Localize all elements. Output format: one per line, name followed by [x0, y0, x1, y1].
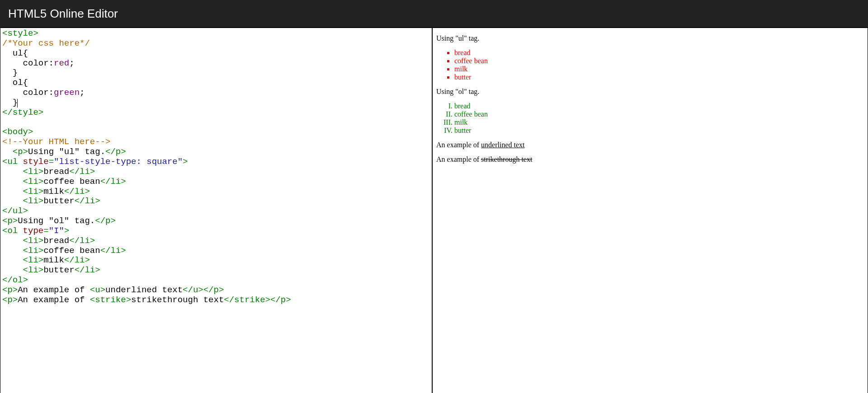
- code-token: <li>: [23, 265, 44, 275]
- code-line[interactable]: ul{: [2, 49, 430, 59]
- code-line[interactable]: <!--Your HTML here-->: [2, 137, 430, 147]
- code-token: <li>: [23, 167, 44, 177]
- list-item: milk: [454, 65, 864, 73]
- list-item: coffee bean: [454, 110, 864, 118]
- code-line[interactable]: }: [2, 98, 430, 108]
- code-line[interactable]: </style>: [2, 108, 430, 118]
- code-line[interactable]: <style>: [2, 29, 430, 39]
- code-token: <p>: [2, 216, 18, 226]
- code-token: </p>: [105, 147, 126, 157]
- preview-text: Using "ol" tag.: [436, 88, 864, 96]
- code-token: color:: [2, 88, 54, 98]
- code-line[interactable]: <p>An example of <u>underlined text</u><…: [2, 285, 430, 295]
- code-token: </p>: [270, 295, 291, 305]
- code-token: strikethrough text: [131, 295, 224, 305]
- code-token: milk: [43, 255, 64, 265]
- code-token: [2, 187, 23, 196]
- code-token: bread: [43, 167, 69, 177]
- code-line[interactable]: <li>milk</li>: [2, 256, 430, 266]
- code-token: "list-style-type: square": [54, 157, 183, 167]
- code-token: </li>: [64, 255, 90, 265]
- code-token: ;: [69, 58, 74, 68]
- preview-text: An example of underlined text: [436, 141, 864, 149]
- list-item: coffee bean: [454, 57, 864, 65]
- code-token: butter: [43, 196, 74, 206]
- code-token: <ul: [2, 157, 23, 167]
- code-token: }: [2, 68, 18, 78]
- code-line[interactable]: </ol>: [2, 276, 430, 285]
- code-token: [2, 196, 23, 206]
- code-token: <!--Your HTML here-->: [2, 137, 110, 147]
- code-line[interactable]: <li>bread</li>: [2, 167, 430, 177]
- code-line[interactable]: <body>: [2, 127, 430, 137]
- code-token: underlined text: [105, 285, 183, 295]
- code-token: </p>: [203, 285, 224, 295]
- code-token: ;: [80, 88, 85, 98]
- workspace: <style>/*Your css here*/ ul{ color:red; …: [0, 27, 868, 393]
- code-token: Using "ol" tag.: [18, 216, 95, 226]
- code-line[interactable]: ol{: [2, 78, 430, 88]
- code-token: </li>: [100, 246, 126, 256]
- list-item: bread: [454, 49, 864, 57]
- code-line[interactable]: <ul style="list-style-type: square">: [2, 157, 430, 167]
- text-caret: [17, 99, 18, 108]
- code-token: [2, 177, 23, 187]
- code-line[interactable]: <li>coffee bean</li>: [2, 246, 430, 256]
- code-token: </u>: [183, 285, 203, 295]
- code-line[interactable]: <li>coffee bean</li>: [2, 177, 430, 187]
- code-token: <u>: [90, 285, 105, 295]
- code-token: <ol: [2, 226, 23, 236]
- code-token: <li>: [23, 177, 44, 187]
- code-token: <strike>: [90, 295, 131, 305]
- code-line[interactable]: <li>bread</li>: [2, 236, 430, 246]
- code-token: milk: [43, 187, 64, 196]
- code-line[interactable]: <li>butter</li>: [2, 196, 430, 206]
- code-token: ol{: [2, 78, 28, 88]
- list-item: bread: [454, 102, 864, 110]
- code-token: </style>: [2, 108, 43, 117]
- code-token: green: [54, 88, 80, 98]
- code-token: bread: [43, 236, 69, 246]
- code-token: </p>: [95, 216, 116, 226]
- strikethrough-text: strikethrough text: [481, 155, 532, 163]
- code-token: [2, 167, 23, 177]
- code-token: >: [183, 157, 188, 167]
- code-line[interactable]: }: [2, 68, 430, 78]
- code-line[interactable]: <p>Using "ol" tag.</p>: [2, 216, 430, 226]
- code-token: </li>: [75, 265, 100, 275]
- code-token: [2, 246, 23, 256]
- code-token: <li>: [23, 236, 44, 246]
- code-line[interactable]: <li>milk</li>: [2, 187, 430, 197]
- code-token: </ul>: [2, 206, 28, 216]
- code-line[interactable]: color:red;: [2, 59, 430, 69]
- code-editor[interactable]: <style>/*Your css here*/ ul{ color:red; …: [0, 28, 432, 393]
- code-line[interactable]: <ol type="I">: [2, 226, 430, 236]
- list-item: butter: [454, 126, 864, 135]
- code-line[interactable]: </ul>: [2, 206, 430, 216]
- code-line[interactable]: <p>An example of <strike>strikethrough t…: [2, 295, 430, 305]
- code-token: An example of: [18, 285, 90, 295]
- code-token: =: [43, 226, 48, 236]
- preview-pane: Using "ul" tag. breadcoffee beanmilkbutt…: [432, 28, 868, 393]
- preview-text: An example of strikethrough text: [436, 155, 864, 164]
- code-token: red: [54, 58, 69, 68]
- code-line[interactable]: <p>Using "ul" tag.</p>: [2, 147, 430, 157]
- preview-text-plain: An example of: [436, 141, 481, 149]
- code-token: /*Your css here*/: [2, 38, 90, 48]
- code-token: <li>: [23, 187, 44, 196]
- code-token: <li>: [23, 255, 44, 265]
- preview-ul: breadcoffee beanmilkbutter: [436, 49, 864, 81]
- code-line[interactable]: /*Your css here*/: [2, 39, 430, 49]
- code-token: </li>: [100, 177, 126, 187]
- preview-text: Using "ul" tag.: [436, 34, 864, 42]
- code-line[interactable]: [2, 118, 430, 128]
- list-item: milk: [454, 118, 864, 126]
- code-line[interactable]: <li>butter</li>: [2, 266, 430, 276]
- code-token: [2, 265, 23, 275]
- code-line[interactable]: color:green;: [2, 88, 430, 98]
- underlined-text: underlined text: [481, 141, 524, 149]
- code-token: [2, 147, 13, 157]
- app-title: HTML5 Online Editor: [8, 7, 118, 21]
- code-token: <li>: [23, 246, 44, 256]
- code-token: An example of: [18, 295, 90, 305]
